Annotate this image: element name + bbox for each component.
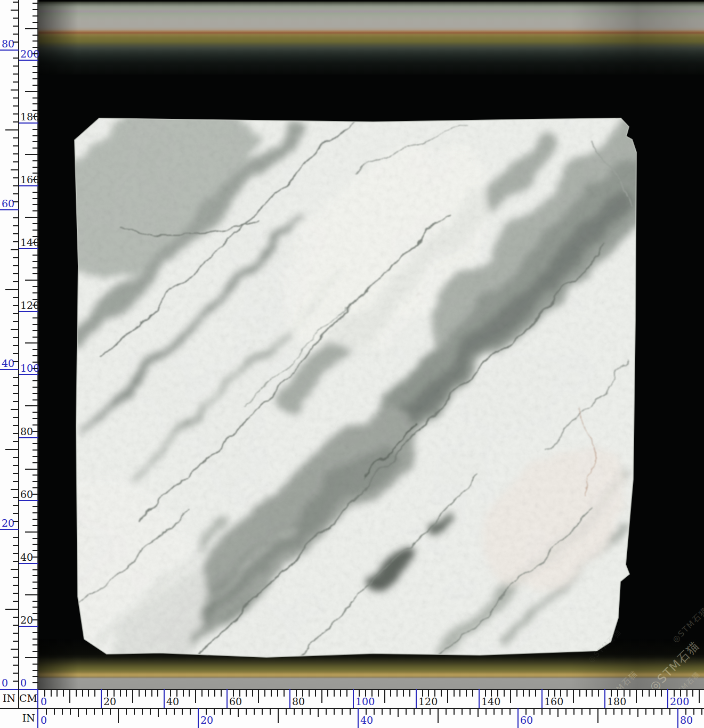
ruler-major-line-in-h [517,708,519,728]
ruler-tick-cm-h [239,689,240,697]
ruler-tick-in-h [270,708,271,715]
ruler-tick-in-h [629,708,630,715]
ruler-tick-cm-h [296,689,297,697]
ruler-tick-in [13,521,19,522]
ruler-tick-cm [33,72,38,73]
ruler-tick-cm-h [441,689,442,697]
ruler-tick-cm [33,676,38,677]
ruler-label-in: 60 [2,198,14,209]
ruler-tick-cm [33,210,38,211]
ruler-label-in: 40 [2,358,14,369]
ruler-tick-in [13,121,19,122]
ruler-tick-in [13,681,19,682]
ruler-label-cm-h: 0 [41,696,47,707]
ruler-tick-in [13,417,19,418]
ruler-tick-cm-h [214,689,215,697]
ruler-tick-cm [33,22,38,23]
ruler-tick-in [13,633,19,634]
ruler-tick-in [13,361,19,362]
ruler-major-line-cm-h [541,689,543,708]
ruler-tick-in [13,553,19,554]
ruler-major-line-cm [19,437,38,438]
ruler-tick-in-h [166,708,167,715]
ruler-tick-cm-h [264,689,265,697]
ruler-tick-cm-h [674,689,675,697]
ruler-tick-in-h [693,708,694,715]
ruler-tick-in-h [422,708,423,715]
ruler-tick-cm [33,538,38,539]
ruler-major-line-cm-h [101,689,102,708]
ruler-tick-in-h [350,708,351,715]
ruler-tick-cm [33,443,38,444]
ruler-tick-cm [33,167,38,168]
ruler-tick-in [11,489,19,490]
ruler-tick-in [13,481,19,482]
ruler-tick-cm-h [510,689,511,703]
ruler-tick-in-h [685,708,686,715]
ruler-tick-cm-h [378,689,379,697]
ruler-tick-in [5,129,19,130]
ruler-tick-in-h [462,708,463,715]
ruler-tick-in-h [549,708,551,715]
ruler-label-cm-h: 180 [607,696,626,707]
ruler-tick-cm [33,424,38,426]
ruler-tick-in [5,449,19,450]
ruler-tick-in-h [126,708,127,715]
marble-slab-image [67,109,642,660]
ruler-tick-in-h [310,708,311,715]
ruler-tick-cm [33,9,38,10]
ruler-tick-cm [33,368,38,369]
ruler-tick-in-h [637,708,638,717]
ruler-tick-in [13,105,19,107]
ruler-tick-cm [33,173,38,174]
ruler-tick-in-h [533,708,535,715]
ruler-tick-cm-h [327,689,328,697]
ruler-tick-cm-h [579,689,580,697]
ruler-tick-cm-h [454,689,455,697]
ruler-tick-in [13,433,19,434]
ruler-tick-cm [33,525,38,526]
ruler-label-cm-h: 60 [229,696,242,707]
ruler-tick-in [13,225,19,226]
ruler-tick-in [13,313,19,314]
ruler-tick-in [13,161,19,162]
ruler-tick-in-h [398,708,399,717]
ruler-tick-in-h [493,708,495,715]
ruler-tick-cm [25,342,38,343]
ruler-tick-in [13,58,19,59]
ruler-tick-in [13,153,19,154]
ruler-major-line-cm-h [353,689,354,708]
ruler-tick-cm [33,324,38,325]
ruler-tick-cm-h [120,689,121,697]
ruler-tick-in-h [565,708,567,715]
ruler-tick-in [13,257,19,258]
ruler-tick-cm-h [170,689,171,697]
ruler-tick-in [11,409,19,410]
ruler-tick-in [13,97,19,99]
ruler-tick-in [13,177,19,178]
ruler-tick-cm-h [126,689,127,697]
ruler-label-cm: 20 [20,615,33,625]
ruler-major-line-cm-h [289,689,290,708]
ruler-label-cm-h: 20 [103,696,116,707]
ruler-label-cm-h: 100 [355,696,375,707]
ruler-major-line-cm [19,248,38,249]
ruler-tick-cm-h [157,689,158,697]
ruler-tick-cm [33,242,38,243]
ruler-tick-cm-h [221,689,222,697]
ruler-tick-cm-h [516,689,517,697]
ruler-major-line-cm-h [479,689,480,708]
ruler-tick-in [13,505,19,506]
ruler-label-cm: 40 [20,552,33,562]
ruler-label-in-h: 40 [360,715,373,725]
ruler-tick-in [13,561,19,562]
ruler-tick-in-h [605,708,606,715]
ruler-tick-in-h [509,708,511,715]
ruler-tick-cm [33,135,38,136]
ruler-tick-cm [33,582,38,583]
ruler-tick-in [13,377,19,378]
ruler-tick-cm-h [321,689,322,703]
ruler-tick-cm-h [434,689,435,697]
ruler-tick-cm [33,66,38,67]
ruler-tick-in-h [238,708,239,717]
